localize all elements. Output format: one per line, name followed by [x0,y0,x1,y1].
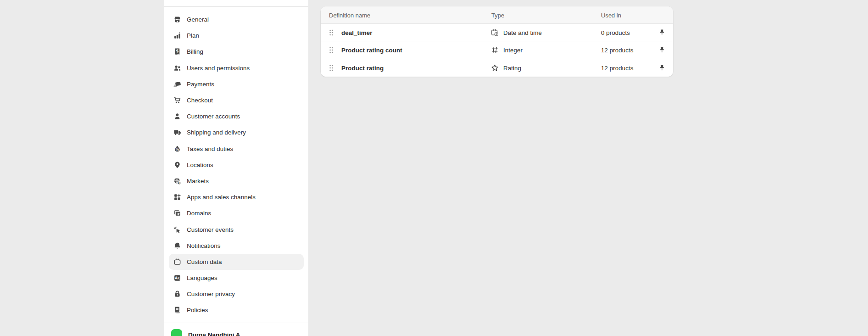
sidebar-item-general[interactable]: General [169,11,304,28]
sidebar-item-domains[interactable]: Domains [169,205,304,221]
sidebar-item-apps-and-sales-channels[interactable]: Apps and sales channels [169,189,304,205]
sidebar-item-customer-privacy[interactable]: Customer privacy [169,286,304,302]
used-in-value: 12 products [601,46,634,53]
definition-name[interactable]: deal_timer [341,29,373,36]
star-icon [491,64,499,72]
sidebar-item-label: Shipping and delivery [187,129,246,136]
type-label: Date and time [503,29,542,36]
money-bag-percent-icon: % [173,145,181,153]
definition-name[interactable]: Product rating count [341,46,402,53]
drag-handle-icon[interactable] [329,46,334,54]
calendar-clock-icon [491,28,499,36]
sidebar-item-label: Plan [187,32,199,39]
avatar [171,329,182,336]
sidebar-item-label: Customer events [187,226,234,233]
type-label: Integer [503,46,523,53]
table-row[interactable]: deal_timer Date and time 0 products [321,24,673,41]
cursor-click-icon [173,226,181,234]
location-pin-icon [173,161,181,169]
sidebar-item-label: Custom data [187,258,222,265]
sidebar-item-label: Payments [187,81,214,88]
used-in-value: 12 products [601,64,634,71]
sidebar-item-taxes-and-duties[interactable]: % Taxes and duties [169,141,304,157]
sidebar-item-plan[interactable]: Plan [169,28,304,44]
account-menu[interactable]: Durga Nandhini A [164,323,308,336]
bell-icon [173,242,181,250]
apps-grid-plus-icon [173,193,181,201]
sidebar-item-customer-events[interactable]: Customer events [169,221,304,237]
settings-sidebar: General Plan $ Billing [164,0,308,336]
sidebar-item-label: Checkout [187,97,213,104]
sidebar-item-notifications[interactable]: Notifications [169,238,304,254]
sidebar-item-users-and-permissions[interactable]: Users and permissions [169,60,304,76]
sidebar-item-label: Markets [187,178,209,185]
sidebar-item-label: Policies [187,307,208,314]
pin-icon[interactable] [658,64,666,72]
column-header-type: Type [491,11,504,18]
domains-window-icon [173,209,181,217]
drag-handle-icon[interactable] [329,64,334,72]
sidebar-item-billing[interactable]: $ Billing [169,44,304,60]
table-row[interactable]: Product rating Rating 12 products [321,59,673,77]
language-square-icon: A [173,274,181,282]
users-icon [173,64,181,72]
sidebar-item-checkout[interactable]: Checkout [169,92,304,108]
svg-text:%: % [176,147,179,151]
sidebar-item-label: Billing [187,48,203,55]
globe-dollar-icon: $ [173,177,181,185]
cart-icon [173,96,181,104]
sidebar-item-label: Apps and sales channels [187,194,256,201]
sidebar-item-custom-data[interactable]: Custom data [169,254,304,270]
sidebar-item-markets[interactable]: $ Markets [169,173,304,189]
policy-document-icon [173,306,181,314]
sidebar-item-label: General [187,16,209,23]
lock-icon [173,290,181,298]
sidebar-item-customer-accounts[interactable]: Customer accounts [169,108,304,124]
plan-steps-icon [173,32,181,39]
svg-text:$: $ [176,49,179,54]
svg-text:A: A [175,276,178,280]
definition-name[interactable]: Product rating [341,64,384,71]
payment-card-icon [173,80,181,88]
column-header-definition-name: Definition name [329,11,370,18]
sidebar-item-label: Languages [187,274,217,281]
sidebar-item-shipping-and-delivery[interactable]: Shipping and delivery [169,124,304,140]
settings-nav: General Plan $ Billing [164,7,308,319]
custom-data-box-icon [173,258,181,266]
sidebar-item-locations[interactable]: Locations [169,157,304,173]
hash-icon [491,46,499,54]
sidebar-item-label: Taxes and duties [187,146,233,152]
sidebar-item-label: Notifications [187,242,221,249]
pin-icon[interactable] [658,29,666,36]
receipt-dollar-icon: $ [173,48,181,56]
sidebar-item-label: Domains [187,210,211,217]
table-header-row: Definition name Type Used in [321,6,673,24]
person-icon [173,112,181,120]
table-row[interactable]: Product rating count Integer 12 products [321,41,673,59]
account-name: Durga Nandhini A [188,331,240,336]
sidebar-item-payments[interactable]: Payments [169,76,304,92]
sidebar-item-policies[interactable]: Policies [169,302,304,318]
delivery-truck-icon [173,129,181,136]
sidebar-item-label: Users and permissions [187,65,250,72]
pin-icon[interactable] [658,46,666,54]
used-in-value: 0 products [601,29,630,36]
column-header-used-in: Used in [601,11,621,18]
svg-text:$: $ [178,181,180,184]
sidebar-item-label: Locations [187,162,213,168]
sidebar-item-label: Customer privacy [187,291,235,297]
sidebar-item-languages[interactable]: A Languages [169,270,304,286]
drag-handle-icon[interactable] [329,29,334,36]
metafield-definitions-card: Definition name Type Used in deal_timer … [321,6,673,77]
type-label: Rating [503,64,521,71]
storefront-icon [173,16,181,23]
sidebar-item-label: Customer accounts [187,113,240,120]
